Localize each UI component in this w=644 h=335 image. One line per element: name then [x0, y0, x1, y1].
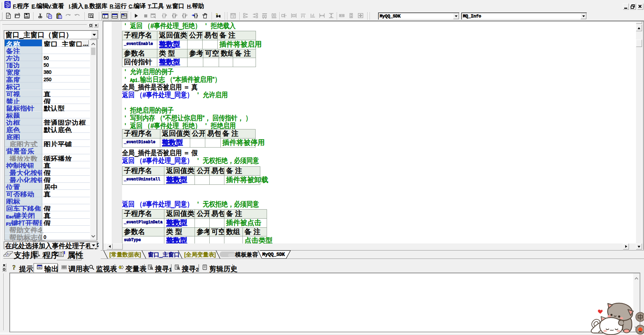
svg-text:?: ?: [12, 264, 16, 271]
